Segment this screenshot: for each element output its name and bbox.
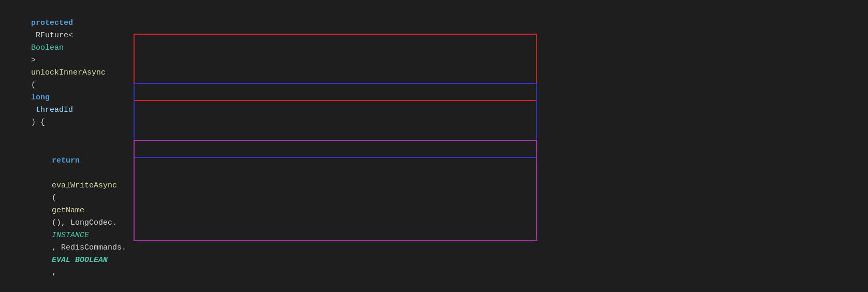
code-line-2: return evalWriteAsync ( getName (), Long… <box>0 142 868 292</box>
keyword-protected: protected <box>31 19 73 27</box>
code-container: protected RFuture< Boolean > unlockInner… <box>0 0 868 292</box>
code-line-1: protected RFuture< Boolean > unlockInner… <box>0 4 868 142</box>
